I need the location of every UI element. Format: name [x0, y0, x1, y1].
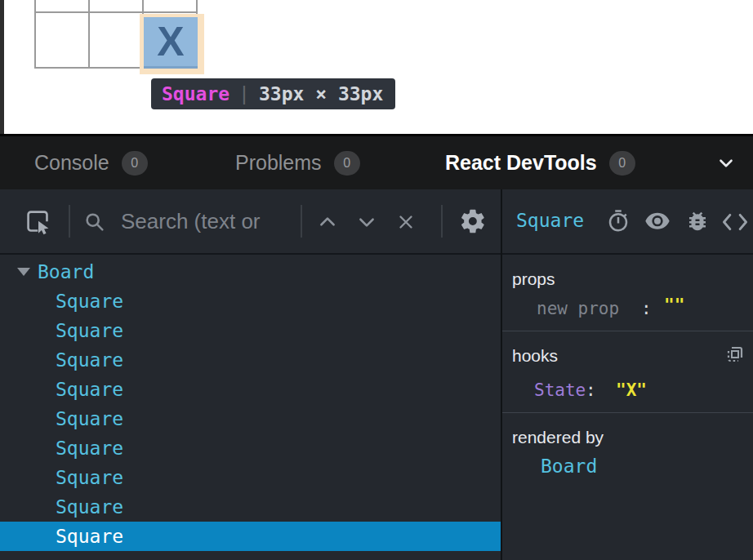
- board-gridline: [34, 0, 36, 69]
- next-result-icon[interactable]: [356, 213, 377, 231]
- tree-item-label: Board: [38, 261, 94, 282]
- tab-label: Console: [34, 151, 109, 175]
- square-cell-highlighted[interactable]: X: [144, 17, 198, 69]
- selected-component-name: Square: [516, 210, 584, 231]
- tree-item-label: Square: [56, 408, 123, 429]
- component-details-panel: Square: [502, 189, 753, 560]
- tree-item-label: Square: [56, 349, 123, 371]
- inspect-element-icon[interactable]: [25, 208, 52, 236]
- rendered-by-title: rendered by: [512, 428, 604, 447]
- debug-bug-icon[interactable]: [685, 209, 710, 233]
- view-source-icon[interactable]: [722, 211, 748, 233]
- board-gridline: [88, 0, 90, 69]
- devtools-dock-edge: [0, 0, 4, 134]
- tree-item-square[interactable]: Square: [0, 287, 501, 316]
- board-gridline: [34, 11, 198, 13]
- tooltip-separator: |: [238, 83, 250, 104]
- profiler-timer-icon[interactable]: [606, 209, 630, 233]
- toolbar-divider: [69, 205, 70, 238]
- rendered-by-board-link[interactable]: Board: [541, 456, 597, 477]
- devtools-tabbar: Console 0 Problems 0 React DevTools 0: [0, 134, 753, 189]
- toolbar-divider: [301, 205, 302, 238]
- tree-item-square[interactable]: Square: [0, 433, 501, 463]
- search-input[interactable]: [121, 206, 294, 237]
- tab-label: Problems: [235, 151, 322, 175]
- tree-toolbar: [0, 189, 501, 255]
- tree-item-square[interactable]: Square: [0, 375, 501, 404]
- tree-item-square[interactable]: Square: [0, 492, 501, 522]
- props-colon: :: [641, 299, 652, 318]
- tree-item-square[interactable]: Square: [0, 316, 501, 345]
- hooks-section-title: hooks: [512, 346, 558, 366]
- tree-item-square[interactable]: Square: [0, 345, 501, 375]
- tree-item-label: Square: [56, 320, 123, 341]
- tree-item-square[interactable]: Square: [0, 404, 501, 433]
- inspect-eye-icon[interactable]: [644, 211, 671, 233]
- tree-collapse-icon[interactable]: [17, 268, 30, 276]
- settings-gear-icon[interactable]: [459, 207, 487, 235]
- tree-item-label: Square: [56, 496, 123, 518]
- clear-search-icon[interactable]: [395, 211, 417, 233]
- props-section-title: props: [512, 269, 555, 289]
- tree-item-board[interactable]: Board: [0, 257, 501, 287]
- props-section: props new prop : "": [502, 255, 753, 331]
- react-devtools-panel: Board Square Square Square Square Square…: [0, 189, 753, 560]
- prev-result-icon[interactable]: [317, 213, 338, 231]
- tree-item-square[interactable]: Square: [0, 463, 501, 492]
- tree-item-label: Square: [56, 379, 123, 400]
- tree-item-label: Square: [56, 291, 123, 312]
- tree-item-label: Square: [56, 526, 123, 547]
- components-tree-panel: Board Square Square Square Square Square…: [0, 189, 502, 560]
- tree-item-label: Square: [56, 438, 123, 459]
- hooks-colon: :: [586, 380, 596, 400]
- hook-state-label: State: [534, 380, 586, 400]
- hooks-section: hooks State : "X": [502, 331, 753, 413]
- panel-collapse-icon[interactable]: [715, 153, 737, 174]
- details-toolbar: Square: [502, 189, 753, 255]
- square-cell-value: X: [157, 21, 184, 62]
- tab-count-badge: 0: [122, 151, 148, 176]
- tree-item-label: Square: [56, 467, 123, 488]
- rendered-by-section: rendered by Board: [502, 413, 753, 560]
- toolbar-divider: [441, 205, 443, 238]
- inspect-size-tooltip: Square | 33px × 33px: [151, 78, 395, 109]
- tooltip-dimensions: 33px × 33px: [259, 83, 383, 104]
- tab-react-devtools[interactable]: React DevTools 0: [445, 136, 635, 189]
- tree-item-square-selected[interactable]: Square: [0, 522, 501, 551]
- tab-problems[interactable]: Problems 0: [235, 136, 360, 189]
- app-page: X Square | 33px × 33px: [0, 0, 753, 134]
- parse-hooks-icon[interactable]: [725, 344, 745, 364]
- new-prop-value-input[interactable]: "": [664, 296, 684, 315]
- search-icon: [83, 211, 106, 233]
- tooltip-component-name: Square: [162, 83, 229, 104]
- tab-count-badge: 0: [609, 151, 635, 176]
- tab-console[interactable]: Console 0: [34, 136, 148, 189]
- tab-count-badge: 0: [334, 151, 360, 176]
- hook-state-value[interactable]: "X": [616, 380, 647, 400]
- component-tree: Board Square Square Square Square Square…: [0, 255, 501, 560]
- new-prop-input[interactable]: new prop: [537, 299, 619, 318]
- tab-label: React DevTools: [445, 151, 597, 175]
